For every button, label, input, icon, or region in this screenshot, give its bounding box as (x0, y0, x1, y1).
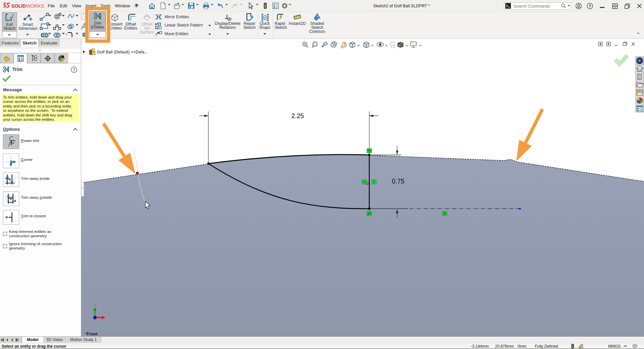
svg-text:X: X (106, 315, 108, 320)
svg-text:?: ? (589, 4, 591, 9)
svg-text:SOLIDWORKS: SOLIDWORKS (11, 3, 44, 9)
svg-text:?: ? (73, 68, 75, 72)
svg-text:0.75: 0.75 (392, 177, 404, 185)
svg-text:2.25: 2.25 (291, 112, 304, 119)
svg-text:2: 2 (367, 181, 369, 185)
svg-text:Golf Ball (Default) <<Defa...: Golf Ball (Default) <<Defa... (97, 50, 148, 54)
svg-text:*Front: *Front (85, 332, 98, 336)
